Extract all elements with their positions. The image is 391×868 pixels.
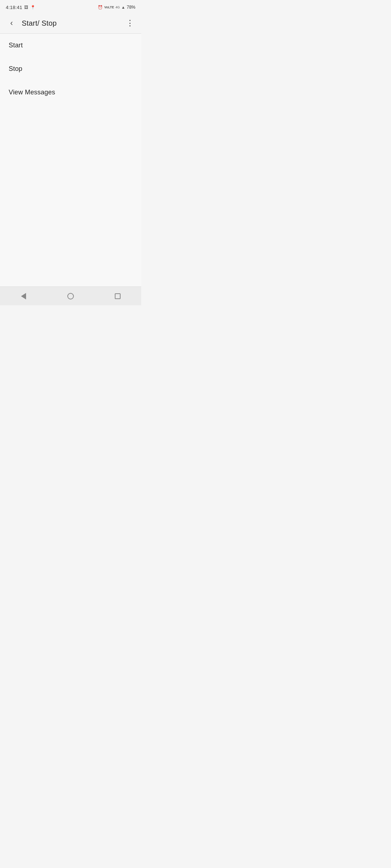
battery-percent: 78% [127,5,135,10]
menu-item-stop-label: Stop [9,65,22,73]
network-icon: 4G [115,5,120,9]
status-time: 4:18:41 [6,5,22,10]
app-title: Start/ Stop [22,19,57,27]
back-button[interactable]: ‹ [6,17,17,29]
signal-icon: ▲ [121,5,125,9]
nav-recents-icon [115,293,121,299]
menu-item-view-messages-label: View Messages [9,89,55,96]
status-right: ⏰ VoLTE 4G ▲ 78% [98,5,135,10]
more-options-button[interactable]: ⋮ [124,17,135,29]
alarm-icon: ⏰ [98,5,103,10]
photo-icon: 🖼 [24,5,28,9]
nav-recents-button[interactable] [94,287,141,305]
nav-back-button[interactable] [0,287,47,305]
nav-bar [0,286,141,305]
content-area: Start Stop View Messages [0,34,141,286]
status-left: 4:18:41 🖼 📍 [6,5,35,10]
nav-home-icon [67,293,74,299]
menu-item-view-messages[interactable]: View Messages [0,81,141,104]
nav-back-icon [21,293,26,299]
back-icon: ‹ [10,19,13,27]
more-icon: ⋮ [126,20,134,26]
volte-icon: VoLTE [104,5,114,9]
status-bar: 4:18:41 🖼 📍 ⏰ VoLTE 4G ▲ 78% [0,0,141,13]
menu-item-stop[interactable]: Stop [0,57,141,81]
menu-item-start[interactable]: Start [0,34,141,57]
menu-item-start-label: Start [9,42,23,49]
app-bar-left: ‹ Start/ Stop [6,17,57,29]
location-icon: 📍 [30,5,35,10]
app-bar: ‹ Start/ Stop ⋮ [0,13,141,33]
nav-home-button[interactable] [47,287,94,305]
